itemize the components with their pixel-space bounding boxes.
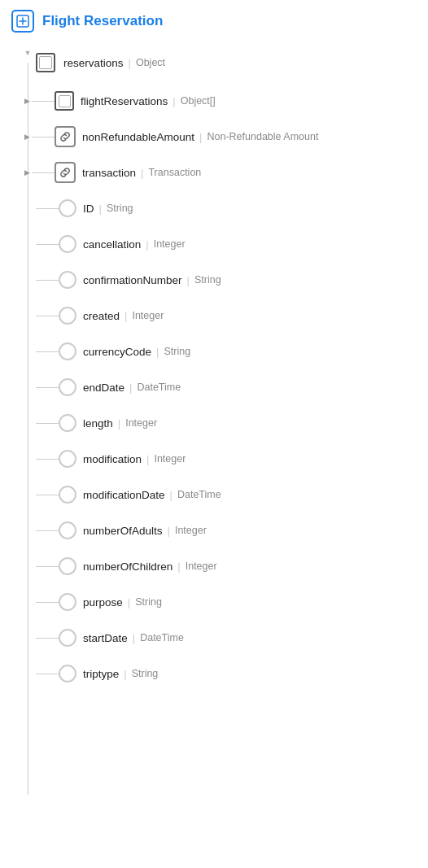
node-ID: ID|String	[36, 190, 428, 226]
node-numberOfAdults: numberOfAdults|Integer	[36, 513, 428, 548]
name-transaction: transaction	[82, 167, 136, 179]
node-cancellation: cancellation|Integer	[36, 226, 428, 262]
type-length: Integer	[125, 417, 157, 429]
type-modificationDate: DateTime	[177, 489, 221, 500]
root-icon	[36, 53, 55, 72]
node-nonRefundableAmount: ▶ nonRefundableAmount|Non-Refundable Amo…	[36, 119, 428, 155]
schema-tree: ▼ reservations | Object ▶flightReservati…	[0, 42, 428, 811]
name-currencyCode: currencyCode	[83, 346, 151, 358]
type-created: Integer	[132, 310, 164, 321]
node-modificationDate: modificationDate|DateTime	[36, 477, 428, 513]
name-confirmationNumber: confirmationNumber	[83, 274, 182, 286]
node-confirmationNumber: confirmationNumber|String	[36, 262, 428, 298]
name-modificationDate: modificationDate	[83, 489, 165, 501]
icon-currencyCode	[59, 342, 76, 360]
root-chevron[interactable]: ▼	[24, 49, 32, 57]
icon-cancellation	[59, 235, 76, 253]
type-numberOfAdults: Integer	[175, 525, 207, 536]
icon-ID	[59, 199, 76, 217]
name-numberOfChildren: numberOfChildren	[83, 560, 173, 573]
type-flightReservations: Object[]	[181, 95, 216, 107]
name-startDate: startDate	[83, 632, 128, 644]
node-created: created|Integer	[36, 298, 428, 334]
name-nonRefundableAmount: nonRefundableAmount	[82, 131, 194, 143]
node-numberOfChildren: numberOfChildren|Integer	[36, 548, 428, 584]
node-purpose: purpose|String	[36, 584, 428, 620]
icon-created	[59, 307, 76, 325]
icon-transaction	[55, 162, 76, 183]
node-startDate: startDate|DateTime	[36, 620, 428, 656]
node-triptype: triptype|String	[36, 656, 428, 691]
icon-length	[59, 414, 76, 432]
node-endDate: endDate|DateTime	[36, 369, 428, 405]
name-modification: modification	[83, 453, 142, 465]
name-created: created	[83, 310, 120, 322]
name-endDate: endDate	[83, 382, 124, 394]
node-modification: modification|Integer	[36, 441, 428, 477]
type-purpose: String	[135, 596, 162, 608]
type-startDate: DateTime	[140, 632, 184, 643]
name-ID: ID	[83, 203, 94, 215]
icon-startDate	[59, 629, 76, 647]
type-triptype: String	[132, 668, 159, 679]
type-currencyCode: String	[164, 346, 190, 357]
icon-numberOfAdults	[59, 521, 76, 539]
icon-triptype	[59, 665, 76, 683]
icon-endDate	[59, 378, 76, 396]
node-currencyCode: currencyCode|String	[36, 334, 428, 369]
type-confirmationNumber: String	[194, 274, 221, 286]
icon-numberOfChildren	[59, 557, 76, 575]
name-cancellation: cancellation	[83, 238, 141, 251]
icon-modificationDate	[59, 486, 76, 504]
root-name: reservations	[63, 57, 124, 69]
name-length: length	[83, 417, 113, 430]
name-purpose: purpose	[83, 596, 123, 608]
type-nonRefundableAmount: Non-Refundable Amount	[207, 131, 319, 142]
page-title: Flight Reservation	[42, 13, 163, 29]
children-container: ▶flightReservations|Object[]▶ nonRefunda…	[36, 83, 428, 691]
root-node: reservations | Object	[36, 42, 428, 83]
type-ID: String	[107, 203, 133, 214]
header: Flight Reservation	[0, 0, 428, 42]
type-numberOfChildren: Integer	[186, 560, 217, 572]
schema-icon	[11, 10, 34, 33]
icon-purpose	[59, 593, 76, 611]
icon-confirmationNumber	[59, 271, 76, 289]
node-transaction: ▶ transaction|Transaction	[36, 155, 428, 190]
node-flightReservations: ▶flightReservations|Object[]	[36, 83, 428, 119]
icon-nonRefundableAmount	[55, 126, 76, 147]
type-transaction: Transaction	[148, 167, 201, 178]
chevron-transaction[interactable]: ▶	[24, 168, 30, 177]
root-type: Object	[136, 57, 165, 68]
name-triptype: triptype	[83, 668, 119, 680]
type-cancellation: Integer	[154, 238, 186, 250]
type-endDate: DateTime	[137, 382, 181, 393]
icon-flightReservations	[55, 91, 74, 111]
chevron-nonRefundableAmount[interactable]: ▶	[24, 133, 30, 141]
icon-modification	[59, 450, 76, 468]
name-numberOfAdults: numberOfAdults	[83, 525, 163, 537]
name-flightReservations: flightReservations	[81, 95, 168, 107]
node-length: length|Integer	[36, 405, 428, 441]
type-modification: Integer	[154, 453, 186, 465]
chevron-flightReservations[interactable]: ▶	[24, 97, 30, 105]
